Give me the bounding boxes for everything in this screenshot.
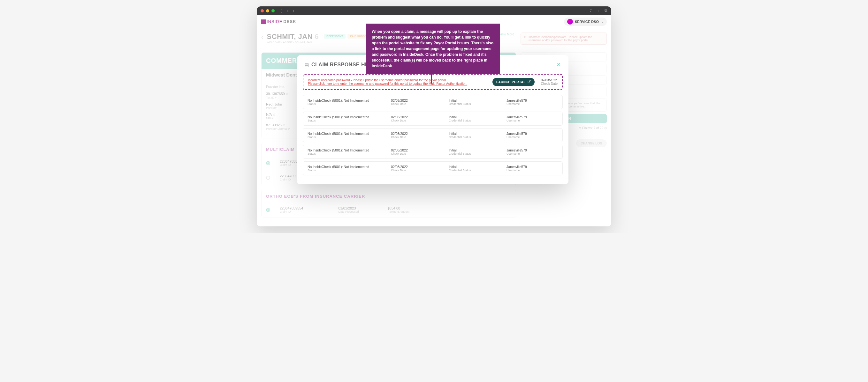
status-label: Status xyxy=(308,119,384,122)
alert-error-text: Incorrect username/password - Please upd… xyxy=(308,78,486,82)
chevron-down-icon: ⌄ xyxy=(601,20,603,24)
breadcrumb[interactable]: WELCOME / ASSIST / SCHMIT, JAN xyxy=(267,41,319,44)
status-value: No InsideCheck (5001): Not Implemented xyxy=(308,132,384,136)
cred-status-value: Initial xyxy=(449,148,500,152)
logo-mark-icon xyxy=(261,20,266,24)
logo-text-1: INSIDE xyxy=(267,19,282,24)
close-window-icon[interactable] xyxy=(260,9,264,12)
status-label: Status xyxy=(308,152,384,155)
username-label: Username xyxy=(506,102,558,106)
copy-icon[interactable]: ⧉ xyxy=(283,124,285,127)
browser-titlebar: ▯ ‹ › ⤴ ＋ ⧉ xyxy=(257,6,611,15)
cred-status-label: Credential Status xyxy=(449,136,500,139)
browser-window: ▯ ‹ › ⤴ ＋ ⧉ INSIDEDESK SERVICE DSO ⌄ Whe… xyxy=(257,6,611,227)
check-date-value: 02/03/2022 xyxy=(391,132,442,136)
history-list: No InsideCheck (5001): Not ImplementedSt… xyxy=(297,93,568,184)
credential-error-banner: Incorrect username/password - Please upd… xyxy=(303,74,563,90)
copy-icon[interactable]: ⧉ xyxy=(273,113,275,116)
header-error-text: Incorrect username/password - Please upd… xyxy=(529,35,603,42)
check-date-value: 02/03/2022 xyxy=(391,99,442,102)
username-label: Username xyxy=(506,136,558,139)
status-value: No InsideCheck (5001): Not Implemented xyxy=(308,148,384,152)
maximize-window-icon[interactable] xyxy=(272,9,275,12)
claim-response-history-modal: ▤ CLAIM RESPONSE HISTORY ✕ Incorrect use… xyxy=(297,55,568,184)
username-value: Janesville579 xyxy=(506,165,558,169)
status-value: No InsideCheck (5001): Not Implemented xyxy=(308,165,384,169)
cred-status-value: Initial xyxy=(449,99,500,102)
copy-icon[interactable]: ⧉ xyxy=(286,92,288,96)
minimize-window-icon[interactable] xyxy=(266,9,269,12)
user-menu[interactable]: SERVICE DSO ⌄ xyxy=(564,18,607,26)
status-label: Status xyxy=(308,169,384,172)
check-date-value: 02/03/2022 xyxy=(391,115,442,119)
status-label: Status xyxy=(308,136,384,139)
instruction-callout: When you open a claim, a message will po… xyxy=(366,24,500,74)
check-date-label: Check Date xyxy=(391,169,442,172)
close-icon[interactable]: ✕ xyxy=(557,62,561,68)
prev-claim-icon[interactable]: ⊙ xyxy=(579,126,581,130)
chat-icon: ▤ xyxy=(305,62,309,67)
username-value: Janesville579 xyxy=(506,115,558,119)
badge-dependent: DEPENDENT xyxy=(324,34,345,39)
tabs-icon[interactable]: ⧉ xyxy=(604,8,608,14)
claim-id-value: 223647855 xyxy=(280,174,297,178)
status-value: No InsideCheck (5001): Not Implemented xyxy=(308,99,384,102)
cred-status-value: Initial xyxy=(449,132,500,136)
cred-status-value: Initial xyxy=(449,115,500,119)
claim-id-label: Claim ID xyxy=(280,178,297,181)
cred-status-label: Credential Status xyxy=(449,169,500,172)
header-error-alert: ⊘ Incorrect username/password - Please u… xyxy=(521,33,607,45)
username-label: Username xyxy=(506,119,558,122)
tab-change-log[interactable]: CHANGE LOG xyxy=(576,139,607,147)
status-value: No InsideCheck (5001): Not Implemented xyxy=(308,115,384,119)
view-more-link[interactable]: View More xyxy=(499,33,514,36)
alert-check-date: 02/03/2022 Check Date xyxy=(541,78,558,85)
chrome-right-icons: ⤴ ＋ ⧉ xyxy=(590,8,608,14)
window-controls xyxy=(260,9,275,12)
alert-icon: ⊘ xyxy=(524,35,527,42)
ortho-title: ORTHO EOB'S FROM INSURANCE CARRIER xyxy=(261,190,516,203)
cred-status-label: Credential Status xyxy=(449,102,500,106)
new-tab-icon[interactable]: ＋ xyxy=(596,8,600,14)
check-date-label: Check Date xyxy=(391,152,442,155)
history-row: No InsideCheck (5001): Not ImplementedSt… xyxy=(303,95,563,109)
external-link-icon xyxy=(528,80,531,84)
launch-portal-button[interactable]: LAUNCH PORTAL xyxy=(492,78,535,86)
radio-icon[interactable] xyxy=(266,161,270,165)
radio-icon[interactable] xyxy=(266,208,270,212)
status-label: Status xyxy=(308,102,384,106)
nav-back-icon[interactable]: ‹ xyxy=(287,9,288,13)
logo[interactable]: INSIDEDESK xyxy=(261,19,296,24)
user-label: SERVICE DSO xyxy=(575,20,599,24)
sidebar-toggle-icon[interactable]: ▯ xyxy=(280,9,283,13)
next-claim-icon[interactable]: ⊙ xyxy=(604,126,607,130)
content-area: When you open a claim, a message will po… xyxy=(257,28,611,227)
check-date-value: 02/03/2022 xyxy=(391,165,442,169)
back-button-icon[interactable]: ‹ xyxy=(261,33,264,41)
history-row: No InsideCheck (5001): Not ImplementedSt… xyxy=(303,128,563,142)
username-value: Janesville579 xyxy=(506,148,558,152)
ortho-card: ORTHO EOB'S FROM INSURANCE CARRIER 22364… xyxy=(261,190,516,217)
history-row: No InsideCheck (5001): Not ImplementedSt… xyxy=(303,145,563,159)
callout-text: When you open a claim, a message will po… xyxy=(372,29,493,68)
alert-text-block: Incorrect username/password - Please upd… xyxy=(308,78,486,85)
radio-icon[interactable] xyxy=(266,176,270,180)
cred-status-value: Initial xyxy=(449,165,500,169)
username-value: Janesville579 xyxy=(506,132,558,136)
username-label: Username xyxy=(506,169,558,172)
claim-id-value: 223647855 xyxy=(280,160,297,163)
cred-status-label: Credential Status xyxy=(449,119,500,122)
ortho-row[interactable]: 223647859554Claim ID 01/01/2023Date Proc… xyxy=(261,203,516,217)
alert-fix-link[interactable]: Please click here to re-enter the userna… xyxy=(308,82,486,85)
cred-status-label: Credential Status xyxy=(449,152,500,155)
history-row: No InsideCheck (5001): Not ImplementedSt… xyxy=(303,161,563,175)
patient-name: SCHMIT, JAN 6 xyxy=(267,33,319,41)
check-date-label: Check Date xyxy=(391,102,442,106)
check-date-label: Check Date xyxy=(391,136,442,139)
share-icon[interactable]: ⤴ xyxy=(590,8,592,14)
history-row: No InsideCheck (5001): Not ImplementedSt… xyxy=(303,112,563,126)
nav-icons: ▯ ‹ › xyxy=(280,9,294,13)
avatar-icon xyxy=(567,19,573,25)
nav-forward-icon[interactable]: › xyxy=(293,9,294,13)
launch-portal-label: LAUNCH PORTAL xyxy=(496,80,526,84)
